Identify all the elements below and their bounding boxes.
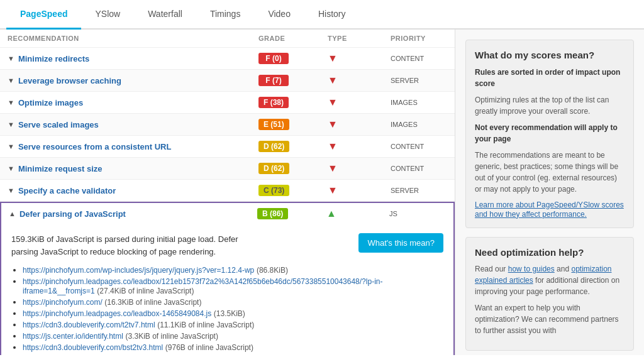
link-item[interactable]: https://cdn3.doubleverify.com/bst2tv3.ht… — [23, 343, 163, 352]
list-item: https://cdn3.doubleverify.com/t2tv7.html… — [23, 320, 443, 329]
table-row: ▼ Leverage browser caching F (7) ▼ SERVE… — [0, 70, 455, 92]
table-row: ▼ Serve resources from a consistent URL … — [0, 136, 455, 158]
tabs-bar: PageSpeed YSlow Waterfall Timings Video … — [0, 0, 644, 30]
type-cell: SERVER — [391, 77, 447, 84]
tab-waterfall[interactable]: Waterfall — [134, 0, 196, 30]
link-item[interactable]: https://pinchofyum.com/wp-includes/js/jq… — [23, 266, 254, 275]
link-size: (976B of inline JavaScript) — [165, 343, 253, 352]
scores-link[interactable]: Learn more about PageSpeed/YSlow scores … — [475, 200, 624, 219]
list-item: https://js.center.io/identify.html (3.3K… — [23, 331, 443, 341]
list-item: https://pinchofyum.com/ (16.3KiB of inli… — [23, 297, 443, 307]
table-row: ▼ Minimize redirects F (0) ▼ CONTENT — [0, 48, 455, 70]
row-name[interactable]: ▼ Specify a cache validator — [8, 186, 258, 195]
grade-cell: D (62) — [258, 141, 328, 152]
grade-badge: D (62) — [258, 163, 289, 174]
expanded-grade-cell: B (86) — [257, 208, 326, 219]
tab-pagespeed[interactable]: PageSpeed — [6, 0, 81, 30]
link-item[interactable]: https://pinchofyum.com/ — [23, 298, 103, 307]
collapse-arrow[interactable]: ▼ — [8, 187, 14, 194]
row-name[interactable]: ▼ Leverage browser caching — [8, 76, 258, 85]
link-item[interactable]: https://cdn3.doubleverify.com/t2tv7.html — [23, 321, 155, 329]
scores-bold2: Not every recommendation will apply to y… — [475, 122, 625, 145]
grade-badge: D (62) — [258, 141, 289, 152]
table-row: ▼ Specify a cache validator C (73) ▼ SER… — [0, 180, 455, 202]
type-arrow: ▼ — [328, 53, 391, 64]
table-header: RECOMMENDATION GRADE TYPE PRIORITY — [0, 30, 455, 48]
main-content: RECOMMENDATION GRADE TYPE PRIORITY ▼ Min… — [0, 30, 644, 355]
grade-badge: F (38) — [258, 97, 289, 108]
grade-cell: D (62) — [258, 163, 328, 174]
type-cell: CONTENT — [391, 55, 447, 62]
scores-text2: The recommendations are meant to be gene… — [475, 150, 625, 195]
expanded-row-name[interactable]: ▲ Defer parsing of JavaScript — [9, 209, 257, 219]
how-to-link[interactable]: how to guides — [508, 265, 555, 273]
link-size: (13.5KiB) — [214, 309, 245, 318]
optimization-info-box: Need optimization help? Read our how to … — [465, 237, 634, 351]
tab-history[interactable]: History — [304, 0, 360, 30]
expand-arrow[interactable]: ▲ — [9, 210, 16, 217]
link-size: (3.3KiB of inline JavaScript) — [125, 332, 218, 341]
type-arrow: ▼ — [328, 97, 391, 108]
scores-info-box: What do my scores mean? Rules are sorted… — [465, 40, 634, 228]
type-cell: IMAGES — [391, 121, 447, 128]
col-grade: GRADE — [258, 35, 328, 42]
table-row: ▼ Serve scaled images E (51) ▼ IMAGES — [0, 114, 455, 136]
grade-badge: E (51) — [258, 119, 289, 130]
expanded-links-list: https://pinchofyum.com/wp-includes/js/jq… — [11, 265, 443, 352]
row-name[interactable]: ▼ Serve resources from a consistent URL — [8, 142, 258, 151]
collapse-arrow[interactable]: ▼ — [8, 77, 14, 84]
grade-cell: F (0) — [258, 53, 328, 64]
type-arrow: ▼ — [328, 141, 391, 152]
type-arrow: ▼ — [328, 75, 391, 86]
grade-badge: F (0) — [258, 53, 289, 64]
collapse-arrow[interactable]: ▼ — [8, 121, 14, 128]
row-name[interactable]: ▼ Minimize redirects — [8, 54, 258, 63]
col-priority: PRIORITY — [391, 35, 447, 42]
grade-badge: F (7) — [258, 75, 289, 86]
grade-badge: C (73) — [258, 185, 289, 196]
link-size: (27.4KiB of inline JavaScript) — [97, 287, 194, 295]
list-item: https://pinchofyum.leadpages.co/leadbox-… — [23, 309, 443, 318]
whats-this-button[interactable]: What's this mean? — [358, 233, 443, 253]
link-item[interactable]: https://pinchofyum.leadpages.co/leadbox/… — [23, 277, 382, 295]
collapse-arrow[interactable]: ▼ — [8, 55, 14, 62]
grade-cell: E (51) — [258, 119, 328, 130]
table-row: ▼ Minimize request size D (62) ▼ CONTENT — [0, 158, 455, 180]
type-arrow: ▼ — [328, 185, 391, 196]
scores-title: What do my scores mean? — [475, 49, 625, 62]
type-cell: SERVER — [391, 187, 447, 194]
list-item: https://pinchofyum.com/wp-includes/js/jq… — [23, 265, 443, 275]
scores-bold1: Rules are sorted in order of impact upon… — [475, 67, 625, 89]
expanded-desc-text: 159.3KiB of JavaScript is parsed during … — [11, 233, 250, 258]
collapse-arrow[interactable]: ▼ — [8, 143, 14, 150]
list-item: https://pinchofyum.leadpages.co/leadbox/… — [23, 277, 443, 295]
expanded-type-cell: JS — [389, 210, 446, 217]
link-size: (11.1KiB of inline JavaScript) — [157, 321, 254, 329]
collapse-arrow[interactable]: ▼ — [8, 99, 14, 106]
grade-cell: F (38) — [258, 97, 328, 108]
row-name[interactable]: ▼ Optimize images — [8, 98, 258, 107]
row-name[interactable]: ▼ Serve scaled images — [8, 120, 258, 129]
grade-cell: F (7) — [258, 75, 328, 86]
collapse-arrow[interactable]: ▼ — [8, 165, 14, 172]
list-item: https://cdn3.doubleverify.com/bst2tv3.ht… — [23, 343, 443, 352]
tab-timings[interactable]: Timings — [196, 0, 255, 30]
left-panel: RECOMMENDATION GRADE TYPE PRIORITY ▼ Min… — [0, 30, 455, 355]
optimization-text1: Read our how to guides and optimization … — [475, 263, 625, 297]
optimization-title: Need optimization help? — [475, 246, 625, 259]
tab-yslow[interactable]: YSlow — [81, 0, 134, 30]
expanded-grade-badge: B (86) — [257, 208, 288, 219]
type-arrow: ▼ — [328, 163, 391, 174]
tab-video[interactable]: Video — [254, 0, 304, 30]
link-item[interactable]: https://pinchofyum.leadpages.co/leadbox-… — [23, 309, 211, 318]
link-size: (16.3KiB of inline JavaScript) — [104, 298, 201, 307]
type-arrow: ▼ — [328, 119, 391, 130]
right-panel: What do my scores mean? Rules are sorted… — [455, 30, 644, 355]
expanded-type-arrow: ▲ — [326, 208, 389, 219]
link-item[interactable]: https://js.center.io/identify.html — [23, 332, 123, 341]
scores-text1: Optimizing rules at the top of the list … — [475, 94, 625, 117]
type-cell: CONTENT — [391, 143, 447, 150]
col-type: TYPE — [328, 35, 391, 42]
optimization-text2: Want an expert to help you with optimiza… — [475, 302, 625, 336]
row-name[interactable]: ▼ Minimize request size — [8, 164, 258, 173]
